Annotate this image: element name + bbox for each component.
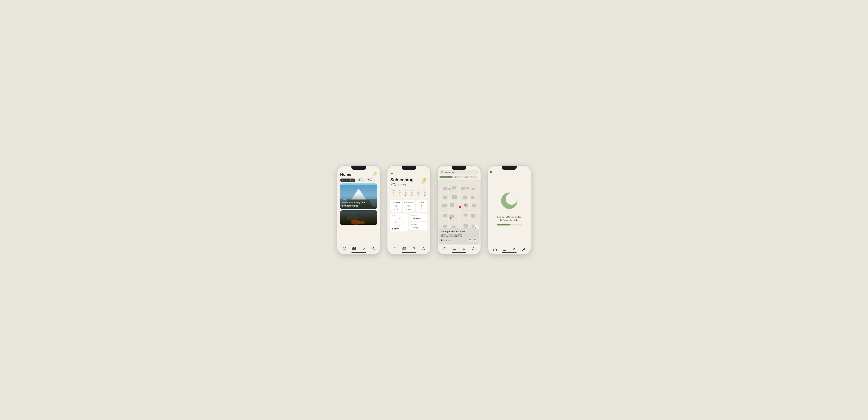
- hour-icon-3: [410, 191, 413, 194]
- hour-icon-4: [417, 191, 420, 194]
- phone-home: Home zurzeit beliebt News Tipps: [337, 166, 380, 254]
- home-bar-3: [452, 252, 466, 253]
- nav-map-4[interactable]: [503, 247, 506, 251]
- svg-point-20: [423, 181, 426, 183]
- poi-info-button[interactable]: [473, 238, 477, 242]
- svg-rect-72: [466, 187, 469, 189]
- close-button[interactable]: ×: [490, 170, 492, 174]
- loading-sub-text: Ihr Plan wird erstellt...: [497, 218, 521, 222]
- nav-profile-3[interactable]: [472, 247, 476, 251]
- hour-item-0: Jetzt 7°: [390, 189, 396, 197]
- sun-cloud-icon: [420, 177, 428, 185]
- nav-home-3[interactable]: [443, 247, 447, 251]
- svg-point-54: [413, 247, 414, 249]
- nav-weather-4[interactable]: [512, 247, 516, 251]
- phone-screen-1: Home zurzeit beliebt News Tipps: [337, 166, 380, 254]
- svg-point-111: [506, 193, 517, 205]
- svg-rect-87: [452, 226, 456, 228]
- hour-item-3: 12 9°: [409, 189, 415, 197]
- svg-point-13: [359, 221, 365, 224]
- bottom-nav-3: [438, 245, 480, 252]
- nav-profile-2[interactable]: [422, 247, 426, 251]
- nav-home-2[interactable]: [393, 247, 397, 251]
- chip-icon-hotel: 🏨: [455, 176, 457, 178]
- nav-profile-1[interactable]: [371, 247, 375, 251]
- chip-restaurants[interactable]: 🍴 Restaurants: [439, 176, 453, 178]
- chip-icon-bus: 🚌: [465, 176, 467, 178]
- fire-image: [340, 210, 377, 225]
- svg-point-108: [463, 248, 465, 249]
- hour-item-4: 13 9°: [415, 189, 421, 197]
- pill-news[interactable]: News: [356, 179, 365, 182]
- fire-card[interactable]: [340, 210, 377, 225]
- pressure-label: Luftdruck: [411, 215, 426, 216]
- day-icon-1: [407, 204, 411, 208]
- poi-name: Landgasthof zur Post: [441, 230, 477, 233]
- hour-icon-1: [398, 191, 401, 194]
- svg-point-96: [450, 218, 452, 219]
- svg-point-116: [523, 248, 524, 249]
- nav-weather-1[interactable]: [362, 247, 366, 251]
- chip-bus[interactable]: 🚌 Bushalteste...: [463, 176, 477, 178]
- chip-hotels[interactable]: 🏨 Hotels: [453, 176, 463, 178]
- svg-point-21: [421, 182, 423, 184]
- svg-text:W: W: [395, 221, 396, 223]
- rating-num: 4,2: [441, 239, 443, 241]
- svg-point-37: [396, 205, 398, 207]
- loading-svg: [498, 191, 520, 213]
- svg-line-57: [443, 173, 443, 173]
- uv-value: 1: [411, 226, 412, 229]
- svg-point-17: [373, 247, 374, 249]
- loading-graphic: [498, 191, 520, 213]
- phone-screen-4: × Bitte einen Moment Geduld Ihr P: [488, 166, 531, 254]
- weather-header-icon[interactable]: [371, 172, 377, 177]
- hour-item-2: 11 8°: [403, 189, 408, 197]
- hour-item-5: 14 10°: [422, 189, 428, 197]
- progress-bar-container: [497, 224, 522, 226]
- phone-map: Restaurants 🍴 Restaurants 🏨 Hotels 🚌 Bus…: [437, 166, 481, 254]
- rating-row: 4,2 ★★★★☆: [441, 239, 452, 241]
- poi-save-button[interactable]: [468, 238, 472, 242]
- nav-map-1[interactable]: [352, 247, 356, 251]
- phones-container: Home zurzeit beliebt News Tipps: [337, 166, 531, 254]
- pill-zurzeit-beliebt[interactable]: zurzeit beliebt: [340, 179, 355, 182]
- uv-card: UV-Index 1 niedrig: [409, 222, 428, 230]
- svg-rect-88: [464, 224, 468, 228]
- phone-loading: × Bitte einen Moment Geduld Ihr P: [488, 166, 531, 254]
- nav-map-2[interactable]: [402, 247, 406, 251]
- condition: sonnig: [398, 183, 406, 186]
- mountain-overlay: schwer Winterwanderung von Schleching au…: [340, 195, 377, 209]
- svg-point-112: [511, 201, 514, 204]
- svg-rect-70: [452, 186, 457, 189]
- hourly-row: Jetzt 7° 10: [390, 189, 428, 198]
- nav-weather-3[interactable]: [462, 247, 466, 251]
- svg-point-55: [423, 247, 424, 249]
- back-button[interactable]: ←: [390, 172, 428, 175]
- map-area[interactable]: Landgasthof zur Post Kirchpl. 7, 83259 S…: [438, 179, 480, 245]
- svg-text:O: O: [403, 221, 404, 223]
- nav-home-1[interactable]: [342, 246, 346, 251]
- nav-home-4[interactable]: [493, 247, 497, 251]
- svg-point-29: [406, 192, 407, 193]
- poi-address: Kirchpl. 7, 83259 Schleching: [441, 233, 477, 235]
- loading-text-container: Bitte einen Moment Geduld Ihr Plan wird …: [497, 215, 521, 221]
- wind-label: Wind: [392, 215, 406, 216]
- svg-point-24: [393, 192, 394, 193]
- mountain-card[interactable]: schwer Winterwanderung von Schleching au…: [340, 183, 377, 209]
- phone-notch-4: [502, 166, 517, 170]
- nav-profile-4[interactable]: [522, 247, 526, 251]
- search-bar-map[interactable]: Restaurants: [439, 170, 479, 175]
- info-icon: [474, 239, 476, 241]
- svg-rect-84: [464, 214, 468, 216]
- nav-weather-2[interactable]: [412, 246, 416, 251]
- poi-actions: [468, 238, 477, 242]
- svg-rect-71: [461, 187, 465, 190]
- svg-point-27: [399, 192, 400, 193]
- save-icon: [469, 239, 471, 241]
- phone-notch-3: [452, 166, 466, 170]
- svg-point-51: [399, 222, 400, 222]
- nav-map-3[interactable]: [453, 246, 456, 251]
- poi-card[interactable]: Landgasthof zur Post Kirchpl. 7, 83259 S…: [439, 229, 479, 244]
- day-card-2: Freitag 6° - 11°: [416, 200, 428, 212]
- pill-tipps[interactable]: Tipps: [366, 179, 374, 182]
